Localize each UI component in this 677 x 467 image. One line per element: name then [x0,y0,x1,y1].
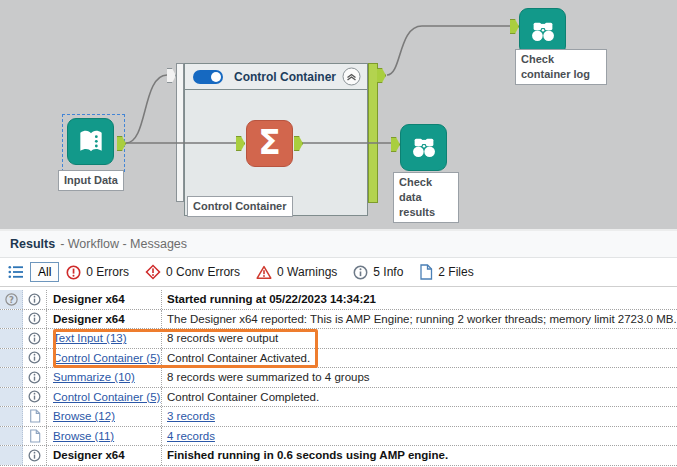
filter-conv-errors-label: 0 Conv Errors [166,265,240,279]
file-icon [419,264,433,280]
filter-files-label: 2 Files [438,265,473,279]
message-row[interactable]: Designer x64 The Designer x64 reported: … [0,310,677,330]
message-text: The Designer x64 reported: This is AMP E… [162,310,677,329]
info-circle-icon [28,390,41,403]
error-circle-icon [66,265,81,280]
browse-data-results-tool[interactable] [400,124,447,171]
input-data-tool[interactable] [67,118,114,165]
sigma-icon: Σ [258,126,281,162]
message-row[interactable]: Control Container (5) Control Container … [0,388,677,408]
message-row[interactable]: Summarize (10) 8 records were summarized… [0,368,677,388]
summarize-tool[interactable]: Σ [246,120,293,167]
control-container-caption: Control Container [187,196,293,217]
message-tool: Designer x64 [47,290,162,309]
message-tool: Designer x64 [47,310,162,329]
message-text: Finished running in 0.6 seconds using AM… [162,446,677,465]
binoculars-icon [527,17,559,47]
messages-table: ? Designer x64 Started running at 05/22/… [0,290,677,466]
message-records-link[interactable]: 3 records [167,410,215,422]
message-text: 8 records were output [162,329,677,348]
message-tool-link[interactable]: Browse (12) [53,410,115,422]
browse-data-results-label: Check data results [393,172,459,223]
filter-warnings-label: 0 Warnings [277,265,337,279]
browse-container-log-label: Check container log [515,49,607,85]
filter-conv-errors[interactable]: 0 Conv Errors [145,264,240,280]
message-row[interactable]: Browse (12) 3 records [0,407,677,427]
results-toolbar: All 0 Errors 0 Conv Errors 0 Warnings [0,258,677,287]
info-circle-icon [28,351,41,364]
input-data-book-icon [74,126,108,158]
results-panel: Results - Workflow - Messages All 0 Erro… [0,229,677,467]
conv-error-diamond-icon [145,264,161,280]
list-view-icon[interactable] [6,262,26,282]
input-data-label: Input Data [58,170,124,191]
filter-all-button[interactable]: All [30,262,59,282]
results-header: Results - Workflow - Messages [0,231,677,258]
message-text: 8 records were summarized to 4 groups [162,368,677,387]
workflow-canvas[interactable]: Control Container Input Data [0,0,677,229]
message-tool: Designer x64 [47,446,162,465]
svg-text:?: ? [9,294,14,304]
file-icon [29,409,41,423]
message-tool-link[interactable]: Summarize (10) [53,371,135,383]
info-circle-icon [28,371,41,384]
message-text: Control Container Completed. [162,388,677,407]
file-icon [29,429,41,443]
message-row[interactable]: Text Input (13) 8 records were output [0,329,677,349]
help-circle-icon[interactable]: ? [5,293,18,306]
filter-errors[interactable]: 0 Errors [66,265,129,280]
results-title: Results [10,237,55,251]
message-row[interactable]: ? Designer x64 Started running at 05/22/… [0,290,677,310]
warning-triangle-icon [256,265,272,280]
filter-files[interactable]: 2 Files [419,264,473,280]
message-text: Control Container Activated. [162,349,677,368]
filter-info[interactable]: 5 Info [353,265,403,280]
info-circle-icon [28,449,41,462]
filter-info-label: 5 Info [373,265,403,279]
info-circle-icon [28,293,41,306]
message-text: Started running at 05/22/2023 14:34:21 [162,290,677,309]
message-row[interactable]: Control Container (5) Control Container … [0,349,677,369]
info-circle-icon [28,332,41,345]
message-row[interactable]: Designer x64 Finished running in 0.6 sec… [0,446,677,466]
browse-container-log-tool[interactable] [519,8,566,55]
info-circle-icon [353,265,368,280]
message-records-link[interactable]: 4 records [167,430,215,442]
message-tool-link[interactable]: Control Container (5) [53,391,160,403]
message-tool-link[interactable]: Browse (11) [53,430,114,442]
message-tool-link[interactable]: Control Container (5) [53,352,160,364]
message-row[interactable]: Browse (11) 4 records [0,427,677,447]
binoculars-icon [408,133,440,163]
results-breadcrumb: - Workflow - Messages [60,237,187,251]
info-circle-icon [28,312,41,325]
filter-warnings[interactable]: 0 Warnings [256,265,337,280]
filter-errors-label: 0 Errors [86,265,129,279]
message-tool-link[interactable]: Text Input (13) [53,332,127,344]
